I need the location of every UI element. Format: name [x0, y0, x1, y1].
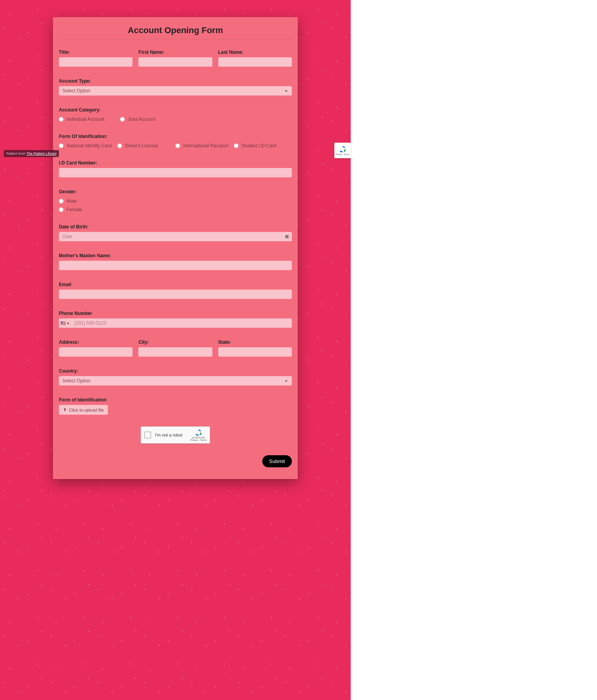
- radio-input[interactable]: [59, 117, 64, 122]
- label-form-of-id: Form Of Idenification:: [59, 134, 292, 139]
- account-type-select[interactable]: Select Option: [59, 86, 292, 95]
- phone-country-selector[interactable]: 🇺🇸 ▼: [59, 318, 71, 328]
- flag-icon: 🇺🇸: [60, 321, 66, 326]
- chevron-down-icon: ▼: [67, 322, 69, 325]
- radio-label: Male: [67, 198, 77, 204]
- radio-input[interactable]: [59, 143, 64, 148]
- calendar-icon: ▦: [285, 234, 289, 239]
- pattern-attribution-badge: Pattern from The Pattern Library: [4, 150, 59, 157]
- label-email: Email: [59, 282, 292, 287]
- radio-label: Student I.D Card: [242, 143, 276, 148]
- radio-input[interactable]: [59, 207, 64, 212]
- badge-prefix: Pattern from: [6, 152, 26, 156]
- radio-label: International Passport: [183, 143, 229, 148]
- recaptcha-icon: [339, 145, 346, 153]
- title-input[interactable]: [59, 57, 132, 67]
- label-title: Title:: [59, 49, 132, 55]
- radio-label: Individual Account: [67, 117, 104, 122]
- label-last-name: Last Name:: [218, 49, 292, 55]
- radio-label: Female: [67, 207, 82, 212]
- recaptcha-widget[interactable]: I'm not a robot reCAPTCHA Privacy - Term…: [141, 426, 210, 444]
- radio-label: Joint Account: [128, 117, 155, 122]
- first-name-input[interactable]: [138, 57, 212, 67]
- label-phone: Phone Number: [59, 311, 292, 316]
- pattern-library-link[interactable]: The Pattern Library: [26, 152, 57, 156]
- upload-button[interactable]: ⬆ Click to upload file: [59, 405, 108, 415]
- recaptcha-checkbox[interactable]: [144, 431, 151, 438]
- email-input[interactable]: [59, 290, 292, 299]
- city-input[interactable]: [138, 347, 212, 357]
- radio-national-id[interactable]: National Identity Card: [59, 143, 117, 148]
- mother-maiden-input[interactable]: [59, 261, 292, 270]
- radio-drivers-license[interactable]: Driver's License: [117, 143, 176, 148]
- last-name-input[interactable]: [218, 57, 292, 67]
- label-mother-maiden: Mother's Maiden Name:: [59, 253, 292, 258]
- recaptcha-side-badge[interactable]: Privacy - Terms: [334, 143, 351, 158]
- label-account-category: Account Category:: [59, 107, 292, 113]
- label-city: City:: [138, 339, 212, 345]
- right-whitespace: [351, 0, 597, 700]
- radio-input[interactable]: [59, 199, 64, 203]
- label-id-card-number: I.D Card Number:: [59, 160, 292, 166]
- recaptcha-icon: [194, 429, 202, 437]
- label-account-type: Account Type:: [59, 78, 292, 84]
- radio-international-passport[interactable]: International Passport: [175, 143, 234, 148]
- state-input[interactable]: [218, 347, 292, 357]
- radio-input[interactable]: [175, 143, 180, 148]
- radio-male[interactable]: Male: [59, 198, 292, 204]
- dob-input[interactable]: [59, 232, 292, 241]
- label-gender: Gender:: [59, 189, 292, 194]
- label-form-of-identification: Form of Identification: [59, 397, 292, 403]
- country-select[interactable]: Select Option: [59, 376, 292, 385]
- radio-student-id[interactable]: Student I.D Card: [234, 143, 292, 148]
- recaptcha-text: I'm not a robot: [155, 433, 191, 437]
- radio-individual-account[interactable]: Individual Account: [59, 117, 104, 122]
- id-card-number-input[interactable]: [59, 168, 292, 177]
- upload-label: Click to upload file: [69, 408, 104, 412]
- radio-label: National Identity Card: [67, 143, 111, 148]
- phone-input[interactable]: [71, 318, 292, 328]
- label-state: State:: [218, 339, 292, 345]
- radio-label: Driver's License: [125, 143, 158, 148]
- label-address: Address:: [59, 339, 132, 345]
- submit-button[interactable]: Submit: [262, 455, 292, 467]
- form-title: Account Opening Form: [59, 23, 292, 40]
- radio-input[interactable]: [234, 143, 238, 148]
- radio-input[interactable]: [120, 117, 125, 122]
- label-country: Country:: [59, 368, 292, 374]
- radio-input[interactable]: [117, 143, 122, 148]
- radio-female[interactable]: Female: [59, 207, 292, 212]
- form-card: Account Opening Form Title: First Name: …: [53, 17, 298, 479]
- label-first-name: First Name:: [138, 49, 212, 55]
- radio-joint-account[interactable]: Joint Account: [120, 117, 155, 122]
- recaptcha-logo: reCAPTCHA Privacy - Terms: [191, 429, 207, 441]
- address-input[interactable]: [59, 347, 132, 357]
- upload-icon: ⬆: [63, 407, 67, 412]
- label-dob: Date of Birth:: [59, 224, 292, 230]
